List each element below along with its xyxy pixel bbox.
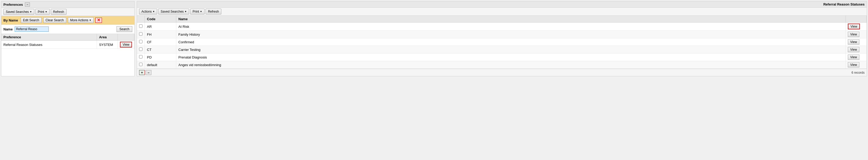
left-results-table: Preference Area Referral Reason Statuses… xyxy=(1,34,134,49)
right-refresh-label: Refresh xyxy=(208,10,219,14)
left-search-bar-title: By Name xyxy=(3,18,18,22)
right-cell-code: CT xyxy=(145,46,176,54)
right-refresh-button[interactable]: Refresh xyxy=(206,9,221,15)
right-view-button[interactable]: View xyxy=(848,55,859,60)
left-panel-title: Preferences xyxy=(3,3,23,6)
right-cell-code: FH xyxy=(145,31,176,38)
right-cell-checkbox[interactable] xyxy=(137,54,145,61)
row-checkbox[interactable] xyxy=(139,32,143,36)
left-table-row: Referral Reason Statuses SYSTEM View xyxy=(1,41,134,49)
left-search-bar: By Name Edit Search Clear Search More Ac… xyxy=(1,16,134,25)
right-saved-searches-arrow-icon: ▼ xyxy=(184,10,187,13)
row-checkbox[interactable] xyxy=(139,48,143,51)
col-name: Name xyxy=(176,16,846,23)
right-print-arrow-icon: ▼ xyxy=(200,10,202,13)
clear-search-button[interactable]: Clear Search xyxy=(43,17,66,23)
col-preference: Preference xyxy=(1,34,97,41)
right-view-button[interactable]: View xyxy=(848,32,859,37)
right-view-button[interactable]: View xyxy=(848,62,859,68)
right-view-button[interactable]: View xyxy=(848,24,860,29)
right-saved-searches-button[interactable]: Saved Searches ▼ xyxy=(158,9,189,15)
right-cell-view: View xyxy=(846,23,867,31)
left-print-button[interactable]: Print ▼ xyxy=(35,9,50,15)
right-table-row: CF Confirmed View xyxy=(137,38,867,46)
name-search-input[interactable] xyxy=(15,26,49,32)
edit-search-label: Edit Search xyxy=(23,18,39,22)
left-panel-collapse-button[interactable]: − xyxy=(25,2,30,6)
right-cell-name: Confirmed xyxy=(176,38,846,46)
left-refresh-label: Refresh xyxy=(53,10,64,14)
right-panel: Referral Reason Statuses Actions ▼ Saved… xyxy=(137,1,867,76)
left-search-row: Name Search xyxy=(1,25,134,34)
right-results-table: Code Name AR At Risk View FH Family Hist… xyxy=(137,16,867,69)
right-print-label: Print xyxy=(192,10,199,14)
left-view-button[interactable]: View xyxy=(120,42,132,48)
right-cell-code: PD xyxy=(145,54,176,61)
right-cell-name: Anges vid remissbedömning xyxy=(176,61,846,69)
right-cell-view: View xyxy=(846,54,867,61)
row-checkbox[interactable] xyxy=(139,40,143,43)
right-table-row: default Anges vid remissbedömning View xyxy=(137,61,867,69)
left-cell-area: SYSTEM xyxy=(97,41,118,49)
more-actions-label: More Actions xyxy=(70,18,88,22)
right-toolbar: Actions ▼ Saved Searches ▼ Print ▼ Refre… xyxy=(137,8,867,16)
right-cell-view: View xyxy=(846,61,867,69)
left-cell-preference: Referral Reason Statuses xyxy=(1,41,97,49)
right-cell-view: View xyxy=(846,38,867,46)
col-actions-left xyxy=(118,34,134,41)
right-cell-code: AR xyxy=(145,23,176,31)
right-cell-code: default xyxy=(145,61,176,69)
right-view-button[interactable]: View xyxy=(848,47,859,52)
add-icon: + xyxy=(141,71,143,75)
remove-record-button[interactable]: – xyxy=(146,70,151,75)
left-panel: Preferences − Saved Searches ▼ Print ▼ R… xyxy=(1,1,135,76)
right-cell-checkbox[interactable] xyxy=(137,38,145,46)
left-print-arrow-icon: ▼ xyxy=(45,10,48,13)
row-checkbox[interactable] xyxy=(139,63,143,66)
right-cell-checkbox[interactable] xyxy=(137,46,145,54)
right-cell-checkbox[interactable] xyxy=(137,31,145,38)
row-checkbox[interactable] xyxy=(139,55,143,58)
right-cell-checkbox[interactable] xyxy=(137,61,145,69)
right-print-button[interactable]: Print ▼ xyxy=(190,9,205,15)
search-button[interactable]: Search xyxy=(117,26,132,32)
right-cell-name: Prenatal Diagnosis xyxy=(176,54,846,61)
name-label: Name xyxy=(3,27,12,31)
row-checkbox[interactable] xyxy=(139,24,143,28)
right-panel-title: Referral Reason Statuses xyxy=(823,2,865,6)
remove-icon: – xyxy=(148,71,149,75)
more-actions-arrow-icon: ▼ xyxy=(89,19,91,22)
records-count: 6 records xyxy=(851,71,865,75)
right-actions-arrow-icon: ▼ xyxy=(152,10,155,13)
right-cell-code: CF xyxy=(145,38,176,46)
right-actions-button[interactable]: Actions ▼ xyxy=(139,9,157,15)
right-cell-view: View xyxy=(846,46,867,54)
right-saved-searches-label: Saved Searches xyxy=(160,10,184,14)
edit-search-button[interactable]: Edit Search xyxy=(21,17,42,23)
left-print-label: Print xyxy=(38,10,44,14)
col-view xyxy=(846,16,867,23)
right-cell-name: At Risk xyxy=(176,23,846,31)
left-panel-titlebar: Preferences − xyxy=(1,1,134,8)
left-toolbar: Saved Searches ▼ Print ▼ Refresh xyxy=(1,8,134,16)
right-table-row: FH Family History View xyxy=(137,31,867,38)
right-table-row: AR At Risk View xyxy=(137,23,867,31)
left-cell-view: View xyxy=(118,41,134,49)
right-view-button[interactable]: View xyxy=(848,39,859,45)
left-saved-searches-label: Saved Searches xyxy=(6,10,29,14)
right-table-row: PD Prenatal Diagnosis View xyxy=(137,54,867,61)
left-saved-searches-button[interactable]: Saved Searches ▼ xyxy=(3,9,34,15)
add-record-button[interactable]: + xyxy=(139,70,145,75)
right-cell-checkbox[interactable] xyxy=(137,23,145,31)
right-table-row: CT Carrier Testing View xyxy=(137,46,867,54)
close-search-button[interactable]: ✕ xyxy=(95,18,102,23)
right-cell-name: Carrier Testing xyxy=(176,46,846,54)
left-refresh-button[interactable]: Refresh xyxy=(51,9,66,15)
right-actions-label: Actions xyxy=(142,10,152,14)
col-area: Area xyxy=(97,34,118,41)
left-saved-searches-arrow-icon: ▼ xyxy=(30,10,32,13)
clear-search-label: Clear Search xyxy=(45,18,64,22)
right-cell-name: Family History xyxy=(176,31,846,38)
col-code: Code xyxy=(145,16,176,23)
more-actions-button[interactable]: More Actions ▼ xyxy=(68,17,94,23)
